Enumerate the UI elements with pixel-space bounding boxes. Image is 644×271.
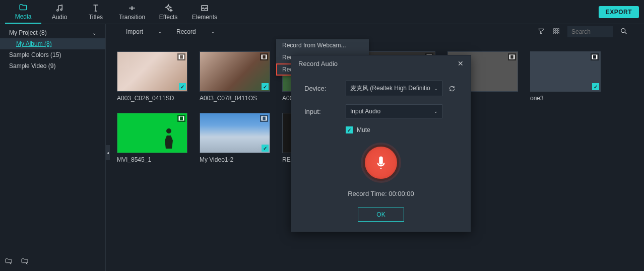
svg-rect-30: [596, 55, 597, 59]
mute-label: Mute: [357, 126, 370, 133]
refresh-icon: [448, 85, 456, 92]
chevron-down-icon: ⌄: [211, 29, 215, 34]
sidebar-bottom-actions: [4, 257, 29, 267]
ok-button[interactable]: OK: [358, 208, 404, 222]
device-value: 麦克风 (Realtek High Definitio: [350, 84, 430, 93]
microphone-icon: [373, 155, 389, 170]
sidebar-item-my-album[interactable]: My Album (8): [0, 38, 105, 49]
thumb-image: ✓: [200, 51, 270, 92]
tab-effects[interactable]: Effects: [150, 1, 186, 24]
thumb-item[interactable]: ✓ one3: [530, 51, 601, 102]
image-icon: [200, 4, 209, 13]
svg-rect-29: [592, 55, 593, 59]
video-badge-icon: [260, 115, 268, 122]
tab-label: Transition: [119, 14, 145, 21]
input-select[interactable]: Input Audio ⌄: [346, 104, 442, 118]
svg-rect-33: [183, 116, 184, 120]
add-folder-button[interactable]: [4, 257, 13, 267]
search-button[interactable]: [620, 27, 628, 37]
dialog-titlebar[interactable]: Record Audio ✕: [291, 55, 471, 72]
video-badge-icon: [508, 53, 516, 60]
svg-rect-6: [554, 30, 555, 32]
thumb-image: ✓: [530, 51, 601, 92]
svg-rect-15: [183, 55, 184, 59]
close-icon: ✕: [458, 59, 464, 67]
tab-elements[interactable]: Elements: [186, 1, 223, 24]
video-badge-icon: [591, 53, 599, 60]
sidebar: My Project (8) ⌄ My Album (8) Sample Col…: [0, 24, 106, 271]
svg-rect-35: [262, 116, 263, 120]
text-icon: [91, 4, 100, 13]
video-badge-icon: [177, 115, 185, 122]
record-button[interactable]: [363, 145, 399, 181]
thumb-label: one3: [530, 92, 601, 102]
check-icon: ✓: [262, 145, 269, 152]
record-button-wrap: [304, 145, 458, 181]
tab-titles[interactable]: Titles: [78, 1, 114, 24]
thumb-image: ✓: [117, 51, 187, 92]
video-badge-icon: [177, 53, 185, 60]
record-menu-webcam[interactable]: Record from Webcam...: [276, 39, 369, 51]
tab-label: Audio: [52, 14, 68, 21]
export-button[interactable]: EXPORT: [599, 6, 639, 18]
thumb-image: [117, 113, 187, 153]
svg-point-12: [621, 28, 625, 32]
close-button[interactable]: ✕: [458, 59, 464, 67]
svg-rect-18: [266, 55, 267, 59]
thumb-item[interactable]: ✓ A003_C078_0411OS: [200, 51, 270, 102]
music-note-icon: [55, 4, 64, 13]
thumb-item[interactable]: ✓ My Video1-2: [200, 113, 270, 163]
person-silhouette: [161, 126, 177, 149]
sidebar-item-sample-colors[interactable]: Sample Colors (15): [0, 49, 105, 60]
device-select[interactable]: 麦克风 (Realtek High Definitio ⌄: [346, 81, 442, 96]
ok-wrap: OK: [304, 208, 458, 222]
tree-label: Sample Colors (15): [9, 51, 61, 58]
tab-label: Media: [15, 13, 32, 20]
svg-rect-26: [509, 55, 510, 59]
device-row: Device: 麦克风 (Realtek High Definitio ⌄: [304, 81, 458, 96]
tab-label: Elements: [192, 14, 217, 21]
svg-rect-11: [558, 32, 559, 34]
filter-button[interactable]: [537, 27, 545, 37]
tree-label: My Project (8): [9, 29, 47, 36]
svg-rect-36: [266, 116, 267, 120]
tab-media[interactable]: Media: [5, 1, 41, 24]
thumb-item[interactable]: MVI_8545_1: [117, 113, 187, 163]
record-time-value: 00:00:00: [389, 190, 414, 197]
record-dropdown[interactable]: Record ⌄: [172, 26, 219, 37]
input-value: Input Audio: [350, 108, 380, 115]
record-time-label: Record Time:: [348, 190, 387, 197]
import-dropdown[interactable]: Import ⌄: [122, 26, 166, 37]
svg-rect-17: [262, 55, 263, 59]
search-icon: [620, 27, 628, 35]
sidebar-collapse-handle[interactable]: ◂: [106, 145, 110, 160]
sidebar-item-sample-video[interactable]: Sample Video (9): [0, 60, 105, 72]
svg-point-1: [60, 9, 62, 10]
search-input[interactable]: [567, 26, 613, 37]
thumb-label: MVI_8545_1: [117, 153, 187, 163]
svg-rect-8: [558, 30, 559, 32]
thumb-item[interactable]: ✓ A003_C026_0411SD: [117, 51, 187, 102]
tree-label: Sample Video (9): [9, 62, 56, 70]
record-audio-dialog: Record Audio ✕ Device: 麦克风 (Realtek High…: [291, 55, 471, 232]
refresh-devices-button[interactable]: [446, 82, 458, 96]
record-label: Record: [176, 28, 196, 35]
folder-icon: [19, 3, 28, 12]
svg-rect-4: [556, 28, 557, 30]
tab-audio[interactable]: Audio: [41, 1, 78, 24]
svg-rect-14: [179, 55, 180, 59]
content-toolbar: Import ⌄ Record ⌄: [106, 24, 644, 39]
remove-folder-button[interactable]: [20, 257, 29, 267]
tab-label: Titles: [89, 14, 103, 21]
tree-label: My Album (8): [16, 40, 52, 47]
folder-x-icon: [20, 257, 29, 265]
sidebar-item-my-project[interactable]: My Project (8) ⌄: [0, 27, 105, 38]
chevron-down-icon: ⌄: [434, 86, 438, 91]
tab-transition[interactable]: Transition: [114, 1, 150, 24]
device-label: Device:: [304, 85, 346, 92]
video-badge-icon: [260, 53, 268, 60]
thumb-label: A003_C078_0411OS: [200, 92, 270, 102]
grid-view-button[interactable]: [552, 27, 560, 37]
chevron-down-icon: ⌄: [434, 109, 438, 114]
mute-checkbox[interactable]: ✓: [346, 126, 353, 133]
